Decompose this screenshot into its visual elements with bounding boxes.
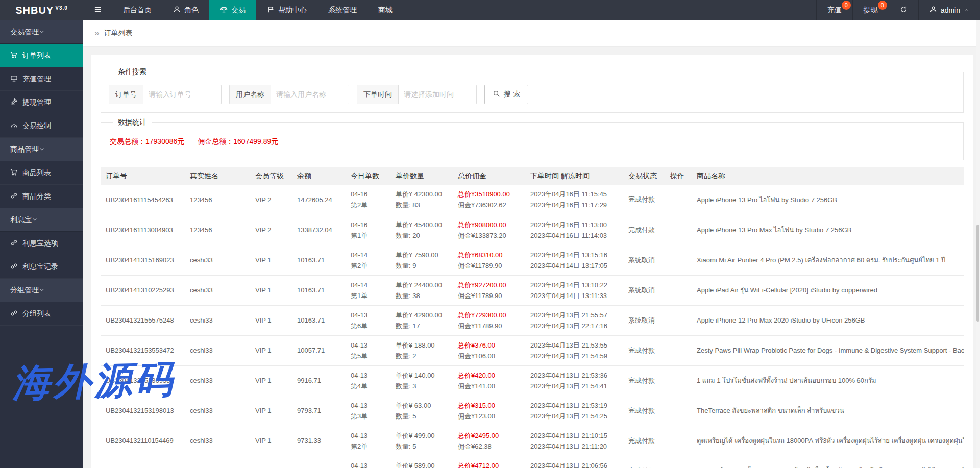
navbar-right: 充值 0 提现 0 admin <box>816 0 980 20</box>
recharge-nav-button[interactable]: 充值 0 <box>816 0 852 20</box>
navbar-item-label: 系统管理 <box>328 6 357 15</box>
sidebar-item-label: 分组列表 <box>22 309 51 318</box>
sidebar-item-利息宝记录[interactable]: 利息宝记录 <box>0 255 83 279</box>
sidebar-group-label: 交易管理 <box>10 28 39 37</box>
app-logo-version: V3.0 <box>55 5 68 11</box>
top-navbar: SHBUY V3.0 后台首页角色交易帮助中心系统管理商城 充值 0 提现 0 … <box>0 0 980 20</box>
cell-real-name: ceshi33 <box>185 305 250 335</box>
cell-real-name: ceshi33 <box>185 335 250 365</box>
cell-balance: 9613.53 <box>292 456 346 468</box>
recharge-label: 充值 <box>827 6 842 15</box>
cell-times: 2023年04月13日 21:06:562023年04月13日 21:08:05 <box>525 456 623 468</box>
navbar-item-3[interactable]: 交易 <box>209 0 256 20</box>
navbar-item-label: 交易 <box>231 6 246 15</box>
cell-real-name: ceshi33 <box>185 275 250 305</box>
sidebar-group-label: 商品管理 <box>10 145 39 154</box>
flag-icon <box>267 6 275 15</box>
cell-vip-level: VIP 1 <box>250 245 292 275</box>
search-field-input-2[interactable] <box>271 85 349 104</box>
sidebar-item-商品列表[interactable]: 商品列表 <box>0 161 83 185</box>
sidebar-item-分组列表[interactable]: 分组列表 <box>0 302 83 326</box>
user-name: admin <box>941 6 960 14</box>
search-field-input-3[interactable] <box>399 85 476 104</box>
sidebar-item-商品分类[interactable]: 商品分类 <box>0 185 83 208</box>
link-icon <box>10 239 18 248</box>
sidebar-item-提现管理[interactable]: 提现管理 <box>0 91 83 114</box>
table-row: UB2304161115454263123456VIP 21472605.240… <box>101 185 964 215</box>
cell-status: 完成付款 <box>623 365 665 396</box>
cell-times: 2023年04月13日 21:53:192023年04月13日 21:54:25 <box>525 396 623 426</box>
cell-today-orders: 04-14第1单 <box>346 275 390 305</box>
column-header: 商品名称 <box>692 167 964 185</box>
navbar-item-2[interactable]: 角色 <box>162 0 209 20</box>
cell-balance: 10163.71 <box>292 245 346 275</box>
cell-price-quantity: 单价¥ 499.00数量: 5 <box>390 426 453 456</box>
navbar-item-label: 角色 <box>184 6 199 15</box>
person-icon <box>173 6 181 15</box>
sidebar-item-label: 商品分类 <box>22 192 51 201</box>
search-field-group-2: 用户名称 <box>229 85 349 104</box>
search-button[interactable]: 搜 索 <box>484 85 528 104</box>
scrollbar-thumb[interactable] <box>976 225 979 322</box>
search-row: 订单号用户名称下单时间 搜 索 <box>109 85 955 104</box>
transaction-total-value: 17930086元 <box>145 137 184 145</box>
person-icon <box>929 6 937 15</box>
page-scrollbar[interactable] <box>976 20 980 468</box>
navbar-item-6[interactable]: 商城 <box>368 0 403 20</box>
navbar-item-label: 帮助中心 <box>278 6 307 15</box>
transaction-total-label: 交易总额： <box>110 137 145 145</box>
search-field-input-1[interactable] <box>143 85 221 104</box>
cell-order-no: UB2304132106562365 <box>101 456 185 468</box>
sidebar-group-1[interactable]: 交易管理 <box>0 20 83 44</box>
hamburger-icon <box>94 6 102 15</box>
cell-balance: 9731.33 <box>292 426 346 456</box>
status-text: 系统取消 <box>628 316 655 324</box>
sidebar-group-3[interactable]: 利息宝 <box>0 208 83 232</box>
cell-times: 2023年04月14日 13:15:162023年04月14日 13:17:05 <box>525 245 623 275</box>
cell-real-name: ceshi33 <box>185 365 250 396</box>
status-text: 完成付款 <box>628 437 655 445</box>
cell-today-orders: 04-13第4单 <box>346 365 390 396</box>
sidebar-item-label: 利息宝选项 <box>22 239 58 248</box>
sidebar-group-label: 分组管理 <box>10 286 39 295</box>
sidebar-item-利息宝选项[interactable]: 利息宝选项 <box>0 232 83 255</box>
cell-balance: 10163.71 <box>292 305 346 335</box>
commission-total-label: 佣金总额： <box>198 137 233 145</box>
user-menu[interactable]: admin <box>918 0 980 20</box>
cell-product-name: Apple iPhone 12 Pro Max 2020 iStudio by … <box>692 305 964 335</box>
cell-product-name: 1 แถม 1 โปรโมชั่นส่งฟรีทั้งร้าน! ปลาเส้น… <box>692 365 964 396</box>
navbar-item-5[interactable]: 系统管理 <box>317 0 368 20</box>
search-panel: 条件搜索 订单号用户名称下单时间 搜 索 <box>101 67 964 113</box>
sidebar-item-label: 交易控制 <box>22 121 51 131</box>
sidebar-item-订单列表[interactable]: 订单列表 <box>0 44 83 67</box>
navbar-menu: 后台首页角色交易帮助中心系统管理商城 <box>83 0 816 20</box>
app-logo: SHBUY V3.0 <box>0 0 83 20</box>
sidebar-group-2[interactable]: 商品管理 <box>0 138 83 161</box>
sidebar-group-4[interactable]: 分组管理 <box>0 279 83 302</box>
cell-total-commission: 总价¥4712.00佣金¥117.80 <box>453 456 525 468</box>
status-text: 完成付款 <box>628 195 655 203</box>
refresh-button[interactable] <box>889 0 918 20</box>
navbar-item-label: 后台首页 <box>123 6 152 15</box>
sidebar-item-label: 订单列表 <box>22 51 51 60</box>
cell-total-commission: 总价¥908000.00佣金¥133873.20 <box>453 215 525 245</box>
navbar-item-1[interactable]: 后台首页 <box>112 0 162 20</box>
column-header: 单价数量 <box>390 167 453 185</box>
sidebar-item-充值管理[interactable]: 充值管理 <box>0 67 83 91</box>
withdraw-nav-button[interactable]: 提现 0 <box>852 0 889 20</box>
cell-times: 2023年04月14日 13:10:222023年04月14日 13:11:33 <box>525 275 623 305</box>
cell-order-no: UB2304161113004903 <box>101 215 185 245</box>
cell-vip-level: VIP 1 <box>250 456 292 468</box>
cell-times: 2023年04月16日 11:15:452023年04月16日 11:17:29 <box>525 185 623 215</box>
search-field-group-1: 订单号 <box>109 85 222 104</box>
cell-product-name: ดูดเหรียญได้ เครื่องดูดฝุ่นในรถ 18000PA … <box>692 426 964 456</box>
cell-status: 系统取消 <box>623 245 665 275</box>
sidebar-item-label: 提现管理 <box>22 98 51 107</box>
cell-total-commission: 总价¥927200.00佣金¥11789.90 <box>453 275 525 305</box>
navbar-item-4[interactable]: 帮助中心 <box>256 0 317 20</box>
cell-action <box>665 456 692 468</box>
sidebar-toggle-button[interactable] <box>83 0 112 20</box>
table-row: UB2304132106562365ceshi33VIP 19613.5304-… <box>101 456 964 468</box>
sidebar-item-交易控制[interactable]: 交易控制 <box>0 114 83 138</box>
table-row: UB2304132155575248ceshi33VIP 110163.7104… <box>101 305 964 335</box>
